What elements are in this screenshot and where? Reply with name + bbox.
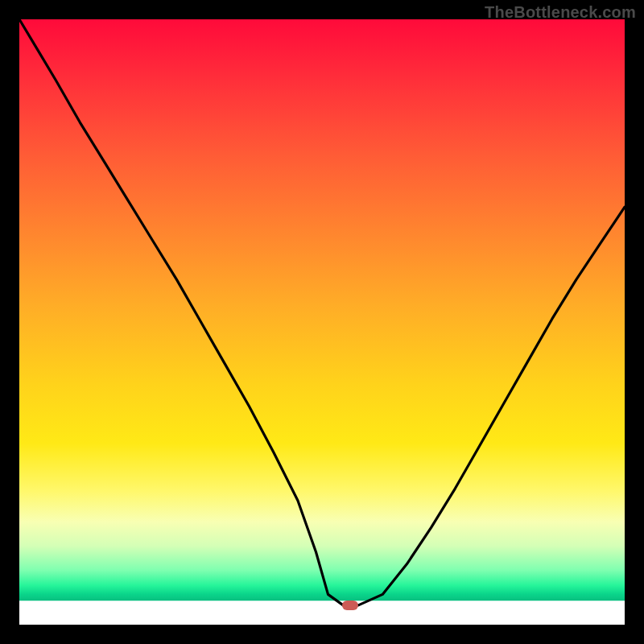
bottleneck-curve: [19, 19, 625, 625]
optimal-marker: [342, 601, 358, 610]
chart-frame: TheBottleneck.com: [0, 0, 644, 644]
plot-area: [19, 19, 625, 625]
watermark-text: TheBottleneck.com: [485, 3, 636, 22]
